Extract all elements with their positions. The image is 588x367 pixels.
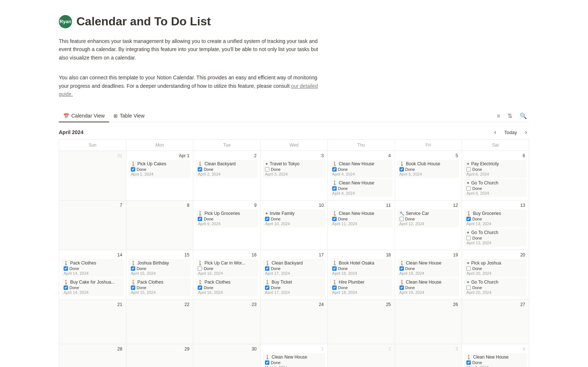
day-header-wed: Wed xyxy=(261,140,328,151)
day-number: 22 xyxy=(129,301,191,309)
prev-month-button[interactable]: ‹ xyxy=(492,128,498,136)
list-item[interactable]: 🚶 Clean New House Done April 19, 2024 xyxy=(397,259,460,277)
day-number: 3 xyxy=(263,152,325,160)
day-header-sat: Sat xyxy=(462,140,529,151)
list-item[interactable]: 🚶 Clean New House Done April 11, 2024 xyxy=(330,209,392,227)
today-button[interactable]: Today xyxy=(501,129,520,136)
calendar-day-cell: 18 🚶 Book Hotel Osaka Done April 18, 202… xyxy=(327,250,395,300)
list-item[interactable]: 🚶 Book Hotel Osaka Done April 18, 2024 xyxy=(330,259,392,277)
calendar-day-cell: 24 xyxy=(261,300,328,344)
list-item[interactable]: 🚶 Pack Clothes Done April 14, 2024 xyxy=(61,259,124,277)
list-item[interactable]: ✦ Pay Electricity Done April 6, 2024 xyxy=(464,160,527,178)
calendar-day-cell: 4 🚶 Clean New House Done April 4, 2024 🚶… xyxy=(327,151,395,201)
day-number: 27 xyxy=(464,301,527,309)
day-number: 1 xyxy=(263,346,325,353)
calendar-day-cell: 30 xyxy=(193,344,261,367)
day-header-sun: Sun xyxy=(59,140,126,151)
calendar-day-cell: 27 xyxy=(462,300,529,344)
list-item[interactable]: 🚶 Hire Plumber Done April 18, 2024 xyxy=(330,278,392,296)
day-number: 12 xyxy=(397,202,460,209)
search-button[interactable]: 🔍 xyxy=(517,111,529,121)
day-number: 29 xyxy=(129,346,191,353)
calendar-day-cell: 4 🚶 Clean New House Done May 4, 2024 ✦ P… xyxy=(462,344,529,367)
list-item[interactable]: 🔧 Service Car Done April 12, 2024 xyxy=(397,209,460,227)
calendar-day-cell: 22 xyxy=(126,300,193,344)
calendar-day-cell: 8 xyxy=(126,201,193,250)
list-item[interactable]: 🚶 Pack Clothes Done April 15, 2024 xyxy=(129,278,191,296)
calendar-day-cell: 3 xyxy=(395,344,462,367)
day-number: 18 xyxy=(330,252,392,259)
list-item[interactable]: 🚶 Clean Backyard Done April 17, 2024 xyxy=(263,259,325,277)
list-item[interactable]: ✦ Invite Family Done April 10, 2024 xyxy=(263,209,325,227)
day-number: 9 xyxy=(196,202,258,209)
calendar-tab-icon: 📅 xyxy=(63,113,69,119)
calendar-day-cell: 25 xyxy=(327,300,395,344)
day-number: 2 xyxy=(196,152,258,160)
day-number: 31 xyxy=(61,152,124,160)
day-number: 13 xyxy=(464,202,527,209)
list-item[interactable]: 🚶 Pack Clothes Done April 16, 2024 xyxy=(196,278,258,296)
list-item[interactable]: 🚶 Clean New House Done May 4, 2024 xyxy=(464,353,527,367)
calendar-day-cell: 11 🚶 Clean New House Done April 11, 2024 xyxy=(327,201,395,250)
list-item[interactable]: 🚶 Buy Groceries Done April 13, 2024 xyxy=(464,209,527,227)
list-item[interactable]: ✦ Go To Church Done April 6, 2024 xyxy=(464,179,527,197)
list-item[interactable]: 🚶 Joshua Birthday Done April 15, 2024 xyxy=(129,259,191,277)
day-number: 30 xyxy=(196,346,258,353)
list-item[interactable]: ✦ Pick up Joshua Done April 20, 2024 xyxy=(464,259,527,277)
day-number: 20 xyxy=(464,252,527,259)
description-para2: You also can connect this template to yo… xyxy=(59,73,323,98)
calendar-day-cell: 15 🚶 Joshua Birthday Done April 15, 2024… xyxy=(126,250,193,300)
list-item[interactable]: 🚶 Clean New House Done April 4, 2024 xyxy=(330,160,392,178)
list-item[interactable]: 🚶 Pick Up Groceries Done April 9, 2024 xyxy=(196,209,258,227)
tab-calendar[interactable]: 📅 Calendar View xyxy=(59,110,109,122)
calendar-week-row: 789 🚶 Pick Up Groceries Done April 9, 20… xyxy=(59,201,529,250)
day-number: 16 xyxy=(196,252,258,259)
calendar-day-cell: 1 🚶 Clean New House Done May 1, 2024 🚶 H… xyxy=(261,344,328,367)
logo: Ryan xyxy=(59,15,72,28)
calendar-day-cell: 31 xyxy=(59,151,126,201)
list-item[interactable]: 🚶 Clean New House Done April 19, 2024 xyxy=(397,278,460,296)
page-title: Calendar and To Do List xyxy=(76,15,211,28)
day-header-thu: Thu xyxy=(327,140,395,151)
day-number: 21 xyxy=(61,301,124,309)
list-item[interactable]: ✦ Go To Church Done April 13, 2024 xyxy=(464,229,527,247)
calendar-week-row: 21222324252627 xyxy=(59,300,529,344)
calendar-day-cell: 12 🔧 Service Car Done April 12, 2024 xyxy=(395,201,462,250)
calendar-grid: Sun Mon Tue Wed Thu Fri Sat 31Apr 1 🚶 Pi… xyxy=(59,139,529,367)
list-item[interactable]: 🚶 Clean Backyard Done April 2, 2024 xyxy=(196,160,258,178)
list-item[interactable]: ✦ Go To Church Done April 20, 2024 xyxy=(464,278,527,296)
tab-table[interactable]: ⊞ Table View xyxy=(109,110,149,122)
calendar-header: April 2024 ‹ Today › xyxy=(59,122,529,139)
list-item[interactable]: ✦ Travel to Tokyo Done April 3, 2024 xyxy=(263,160,325,178)
day-number: 14 xyxy=(61,252,124,259)
tabs-bar: 📅 Calendar View ⊞ Table View ≡ ⇅ 🔍 xyxy=(59,110,529,122)
filter-button[interactable]: ≡ xyxy=(495,111,502,121)
sort-button[interactable]: ⇅ xyxy=(505,111,514,121)
calendar-day-cell: 19 🚶 Clean New House Done April 19, 2024… xyxy=(395,250,462,300)
list-item[interactable]: 🚶 Pick Up Car in Wor... Done April 16, 2… xyxy=(196,259,258,277)
calendar-day-cell: 5 🚶 Book Club House Done April 5, 2024 xyxy=(395,151,462,201)
list-item[interactable]: 🚶 Buy Ticket Done April 17, 2024 xyxy=(263,278,325,296)
day-number: 11 xyxy=(330,202,392,209)
calendar-day-cell: 7 xyxy=(59,201,126,250)
day-number: 2 xyxy=(330,346,392,353)
day-number: 15 xyxy=(129,252,191,259)
list-item[interactable]: 🚶 Clean New House Done April 4, 2024 xyxy=(330,179,392,197)
calendar-days-header: Sun Mon Tue Wed Thu Fri Sat xyxy=(59,140,529,151)
calendar-week-row: 14 🚶 Pack Clothes Done April 14, 2024 🚶 … xyxy=(59,250,529,300)
page-header: Ryan Calendar and To Do List xyxy=(59,15,529,28)
list-item[interactable]: 🚶 Buy Cake for Joshua... Done April 14, … xyxy=(61,278,124,296)
day-header-fri: Fri xyxy=(395,140,462,151)
day-number: 24 xyxy=(263,301,325,309)
list-item[interactable]: 🚶 Pick Up Cakes Done April 1, 2024 xyxy=(129,160,191,178)
day-number: 23 xyxy=(196,301,258,309)
calendar-week-row: 31Apr 1 🚶 Pick Up Cakes Done April 1, 20… xyxy=(59,151,529,201)
day-number: 25 xyxy=(330,301,392,309)
day-number: Apr 1 xyxy=(129,152,191,160)
next-month-button[interactable]: › xyxy=(523,128,529,136)
list-item[interactable]: 🚶 Book Club House Done April 5, 2024 xyxy=(397,160,460,178)
list-item[interactable]: 🚶 Clean New House Done May 1, 2024 xyxy=(263,353,325,367)
calendar-day-cell: Apr 1 🚶 Pick Up Cakes Done April 1, 2024 xyxy=(126,151,193,201)
toolbar-right: ≡ ⇅ 🔍 xyxy=(495,111,529,121)
calendar-week-row: 2829301 🚶 Clean New House Done May 1, 20… xyxy=(59,344,529,367)
